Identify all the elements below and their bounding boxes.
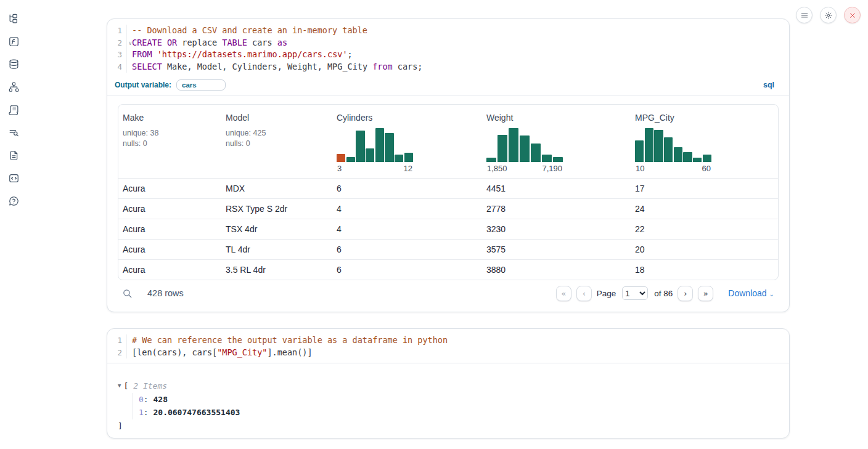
hist-max-label: 12	[404, 164, 412, 173]
histogram-bar	[542, 155, 552, 162]
chevron-down-icon: ⌄	[769, 291, 774, 297]
python-cell-output: ▼ [ 2 Items 0: 428 1: 20.060747663551403…	[107, 363, 789, 432]
table-row[interactable]: AcuraTSX 4dr4323022	[118, 219, 778, 239]
table-of-contents-icon[interactable]	[7, 126, 20, 139]
column-header-weight[interactable]: Weight 1,8507,190	[482, 113, 631, 173]
table-row[interactable]: AcuraMDX6445117	[118, 178, 778, 198]
table-cell: 6	[332, 260, 482, 280]
line-number: 2	[107, 347, 127, 359]
histogram-bar	[366, 148, 374, 162]
entry-value: 20.060747663551403	[153, 406, 240, 419]
notebook-menu-button[interactable]	[796, 7, 813, 23]
column-name: MPG_City	[635, 113, 778, 123]
variables-icon[interactable]	[7, 35, 20, 47]
last-page-button[interactable]: »	[698, 286, 713, 301]
top-right-controls	[796, 7, 861, 23]
histogram-bar	[497, 135, 507, 162]
code-line: 1-- Download a CSV and create an in-memo…	[107, 25, 789, 37]
column-nulls-stat: nulls: 0	[123, 139, 221, 149]
code-line: 1# We can reference the output variable …	[107, 334, 789, 347]
histogram-bar	[531, 144, 541, 162]
page-label: Page	[597, 289, 616, 298]
weight-histogram: 1,8507,190	[486, 128, 563, 173]
histogram-bar	[645, 128, 653, 162]
column-header-cylinders[interactable]: Cylinders 312	[332, 113, 482, 173]
column-name: Model	[226, 113, 332, 123]
table-cell: 17	[631, 179, 778, 198]
page-select[interactable]: 1	[622, 286, 648, 300]
column-header-make[interactable]: Make unique: 38 nulls: 0	[118, 113, 221, 173]
table-cell: TSX 4dr	[221, 219, 332, 239]
line-number: 2∨	[107, 37, 127, 49]
column-header-mpg-city[interactable]: MPG_City 1060	[631, 113, 778, 173]
code-line: 2∨CREATE OR replace TABLE cars as	[107, 37, 789, 49]
histogram-bar	[346, 157, 355, 162]
download-button[interactable]: Download ⌄	[728, 288, 774, 298]
search-icon[interactable]	[122, 288, 133, 299]
first-page-button[interactable]: «	[556, 286, 571, 301]
sql-cell-output: Make unique: 38 nulls: 0 Model unique: 4…	[107, 95, 789, 280]
histogram-bar	[404, 153, 413, 162]
settings-button[interactable]	[820, 7, 837, 23]
tree-close-line: ]	[118, 419, 779, 433]
shutdown-button[interactable]	[844, 7, 861, 23]
histogram-bar	[509, 128, 518, 162]
mpg-city-histogram: 1060	[635, 128, 711, 173]
table-footer: 428 rows « ‹ Page 1 of 86 › » Download ⌄	[107, 280, 789, 307]
table-cell: RSX Type S 2dr	[221, 199, 332, 219]
histogram-bar	[337, 154, 345, 162]
previous-page-button[interactable]: ‹	[576, 286, 592, 301]
entry-value: 428	[153, 393, 167, 407]
hist-max-label: 60	[702, 164, 711, 173]
close-bracket: ]	[118, 419, 123, 433]
sql-cell: 1-- Download a CSV and create an in-memo…	[107, 18, 790, 312]
table-cell: 4	[332, 199, 482, 219]
table-cell: Acura	[118, 179, 221, 198]
column-unique-stat: unique: 425	[226, 128, 332, 139]
hist-min-label: 3	[337, 164, 342, 173]
python-code-editor[interactable]: 1# We can reference the output variable …	[107, 329, 789, 363]
table-cell: 4451	[482, 179, 631, 198]
histogram-bar	[520, 136, 530, 162]
table-row[interactable]: AcuraRSX Type S 2dr4277824	[118, 198, 778, 219]
entry-key: 0	[139, 393, 144, 407]
table-cell: 6	[332, 240, 482, 259]
documentation-icon[interactable]	[7, 149, 20, 161]
sql-language-badge: sql	[763, 81, 774, 89]
logs-icon[interactable]	[7, 103, 20, 116]
histogram-bar	[635, 140, 644, 162]
table-body: AcuraMDX6445117AcuraRSX Type S 2dr427782…	[118, 178, 778, 280]
table-cell: MDX	[221, 179, 332, 198]
file-explorer-icon[interactable]	[7, 12, 20, 25]
help-icon[interactable]	[7, 195, 20, 207]
code-line: 4SELECT Make, Model, Cylinders, Weight, …	[107, 61, 789, 73]
tree-entry: 0: 428 1: 20.060747663551403	[133, 393, 779, 419]
snippets-icon[interactable]	[7, 172, 20, 184]
entry-key: 1	[139, 406, 144, 419]
column-name: Weight	[486, 113, 631, 123]
next-page-button[interactable]: ›	[678, 286, 693, 301]
sql-code-editor[interactable]: 1-- Download a CSV and create an in-memo…	[107, 19, 789, 77]
items-count-label: 2 Items	[133, 379, 167, 393]
column-header-model[interactable]: Model unique: 425 nulls: 0	[221, 113, 332, 173]
fold-chevron-icon[interactable]: ∨	[129, 38, 132, 50]
histogram-bar	[486, 158, 496, 162]
tree-collapse-chevron-icon[interactable]: ▼	[118, 379, 121, 393]
table-row[interactable]: AcuraTL 4dr6357520	[118, 239, 778, 259]
datasources-icon[interactable]	[7, 58, 20, 70]
table-row[interactable]: Acura3.5 RL 4dr6388018	[118, 259, 778, 280]
output-variable-input[interactable]	[176, 79, 226, 91]
histogram-bar	[693, 158, 702, 162]
table-cell: 2778	[482, 199, 631, 219]
histogram-bar	[674, 147, 682, 162]
hamburger-icon	[800, 11, 809, 20]
rows-count: 428 rows	[147, 288, 184, 298]
code-line: 3FROM 'https://datasets.marimo.app/cars.…	[107, 49, 789, 61]
histogram-bar	[395, 155, 403, 162]
table-cell: Acura	[118, 199, 221, 219]
line-number: 3	[107, 49, 127, 61]
close-icon	[848, 11, 857, 20]
line-number: 1	[107, 25, 127, 37]
dependency-graph-icon[interactable]	[7, 81, 20, 93]
table-cell: 3880	[482, 260, 631, 280]
